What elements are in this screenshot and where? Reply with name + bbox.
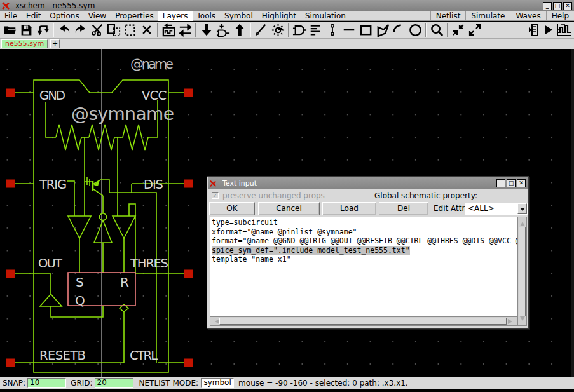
insert-symbol-icon[interactable] [291,22,308,37]
text-line: type=subcircuit [212,218,516,227]
waves-icon[interactable] [556,22,573,37]
load-symbol-icon[interactable] [160,22,177,37]
scroll-down-icon[interactable] [520,316,525,323]
minimize-button[interactable]: _ [543,2,552,10]
insert-circle-icon[interactable] [407,22,423,37]
menu-highlight[interactable]: Highlight [257,11,301,21]
vertical-scroll-thumb[interactable] [519,227,526,316]
zoom-box-icon[interactable] [428,22,445,37]
tab-bar: ne555.sym + [0,39,574,49]
menu-symbol[interactable]: Symbol [220,11,257,21]
zoom-in-icon[interactable] [450,22,467,37]
dialog-buttons-row: OK Cancel Load Del Edit Attr: <ALL> [207,201,528,216]
load-button[interactable]: Load [322,202,376,215]
pop-up-icon[interactable] [231,22,248,37]
title-bar[interactable]: xschem - ne555.sym _ □ ✕ [0,0,574,11]
ok-button[interactable]: OK [209,202,255,215]
dialog-title: Text input [222,179,257,187]
menu-waves[interactable]: Waves [510,11,545,21]
del-button[interactable]: Del [379,202,428,215]
paint-icon[interactable] [253,22,270,37]
menu-simulation[interactable]: Simulation [301,11,350,21]
netlist-icon[interactable] [523,22,540,37]
toolbar-separator [425,23,427,37]
insert-rect-icon[interactable] [357,22,374,37]
scroll-right-icon[interactable] [508,319,515,324]
insert-arc-icon[interactable] [390,22,407,37]
maximize-button[interactable]: □ [553,2,562,10]
dialog-title-bar[interactable]: Text input _ □ ✕ [208,177,528,189]
menu-help[interactable]: Help [546,11,574,21]
menu-edit[interactable]: Edit [22,11,45,21]
menu-netlist[interactable]: Netlist [430,11,466,21]
redo-icon[interactable] [72,22,89,37]
menu-tools[interactable]: Tools [193,11,221,21]
window-bottom-border [0,389,574,392]
toolbar-separator [157,23,158,37]
insert-polygon-icon[interactable] [374,22,390,37]
push-down-icon[interactable] [198,22,215,37]
menu-view[interactable]: View [84,11,111,21]
dialog-close-button[interactable]: ✕ [517,179,526,187]
pin-label-trig: TRIG [39,177,67,192]
grid-input[interactable]: 20 [95,378,133,388]
pin-label-resetb: RESETB [39,348,86,363]
mouse-status-text: mouse = -90 -160 - selected: 0 path: .x3… [238,379,408,388]
pin-label-dis: DIS [144,177,163,192]
flipflop-s-label: S [76,274,84,290]
horizontal-scrollbar[interactable] [210,316,517,326]
text-input-dialog: Text input _ □ ✕ ✓ preserve unchanged pr… [207,176,529,329]
menu-file[interactable]: File [0,11,22,21]
scroll-up-icon[interactable] [520,219,525,226]
pin-label-out: OUT [38,256,62,271]
undo-icon[interactable] [56,22,72,37]
cancel-button[interactable]: Cancel [258,202,320,215]
edit-attr-dropdown[interactable]: <ALL> [465,203,528,215]
paste-icon[interactable] [122,22,139,37]
snap-input[interactable]: 10 [27,378,66,388]
reload-icon[interactable] [34,22,51,37]
insert-text-icon[interactable] [308,22,324,37]
pin-label-thres: THRES [130,256,168,271]
window-title: xschem - ne555.sym [15,1,95,10]
dialog-options-row: ✓ preserve unchanged props Global schema… [208,190,527,201]
text-line: format="@name @@GND @@TRIG @@OUT @@RESET… [212,236,516,246]
dialog-maximize-button[interactable]: □ [507,179,516,187]
property-text-area[interactable]: type=subcircuitxformat="@name @pinlist @… [210,217,517,316]
chevron-down-icon[interactable] [517,203,527,214]
xschem-logo-icon [2,1,11,10]
descend-symbol-icon[interactable] [215,22,231,37]
preserve-props-label: preserve unchanged props [222,191,325,200]
tab-ne555-sym[interactable]: ne555.sym [1,39,48,48]
xschem-logo-icon [210,180,217,187]
scroll-left-icon[interactable] [212,319,219,324]
swap-sides-icon[interactable] [177,22,193,37]
zoom-out-icon[interactable] [467,22,483,37]
save-icon[interactable] [18,22,34,37]
menu-options[interactable]: Options [45,11,83,21]
vertical-scrollbar[interactable] [517,217,527,326]
simulate-icon[interactable] [540,22,556,37]
light-icon[interactable] [270,22,286,37]
open-folder-icon[interactable] [1,22,18,37]
copy-icon[interactable] [106,22,122,37]
menu-layers[interactable]: Layers [158,11,193,21]
dialog-minimize-button[interactable]: _ [496,179,505,187]
pin-label-ctrl: CTRL [130,348,158,363]
close-button[interactable]: ✕ [563,2,572,10]
cut-icon[interactable] [89,22,106,37]
menu-properties[interactable]: Properties [111,11,158,21]
horizontal-scroll-thumb[interactable] [219,318,507,325]
window-right-border [571,49,574,377]
delete-icon[interactable] [139,22,155,37]
menu-simulate[interactable]: Simulate [465,11,510,21]
new-tab-button[interactable]: + [50,39,60,48]
insert-line-icon[interactable] [341,22,357,37]
global-property-label: Global schematic property: [374,191,477,200]
pin-label-gnd: GND [39,88,65,103]
edit-attr-value: <ALL> [468,204,495,213]
netlist-mode-input[interactable]: symbol [201,378,234,388]
status-bar: SNAP: 10 GRID: 20 NETLIST MODE: symbol m… [0,377,574,389]
preserve-props-checkbox[interactable]: ✓ [212,192,219,199]
insert-wire-icon[interactable] [324,22,341,37]
